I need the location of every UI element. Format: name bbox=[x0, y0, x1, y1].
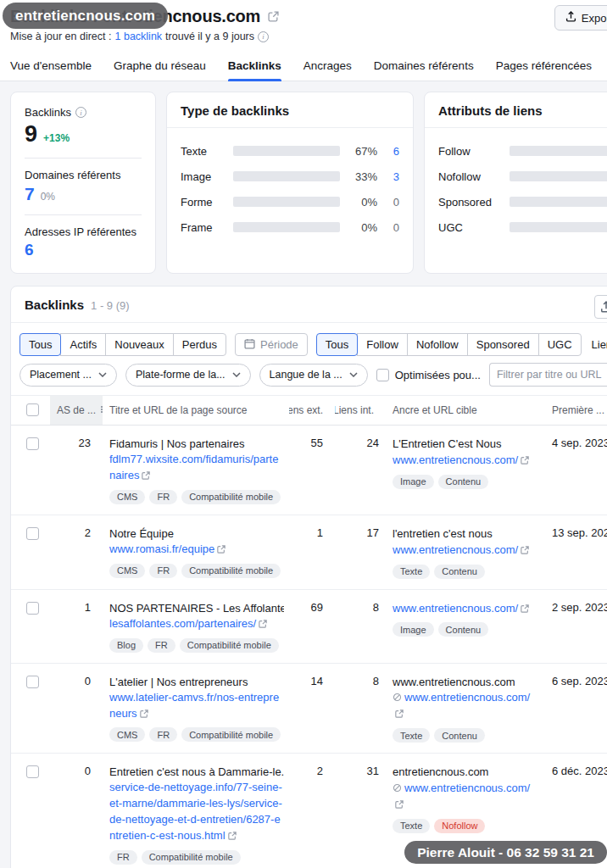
type-bar-count[interactable]: 0 bbox=[386, 196, 399, 209]
cell-ext-links: 2 bbox=[289, 754, 335, 787]
external-link-icon bbox=[217, 545, 226, 554]
checkbox-icon[interactable] bbox=[26, 403, 39, 416]
source-title: Entretien c'est nous à Dammarie-le... bbox=[109, 765, 284, 780]
tab-vue-d-ensemble[interactable]: Vue d'ensemble bbox=[10, 59, 92, 81]
row-checkbox[interactable] bbox=[21, 426, 50, 453]
export-button[interactable]: Exporter bbox=[554, 5, 607, 31]
tab-backlinks[interactable]: Backlinks bbox=[228, 59, 281, 81]
type-bar-label: Image bbox=[181, 170, 225, 183]
search-input[interactable] bbox=[489, 363, 607, 387]
checkbox-icon[interactable] bbox=[26, 602, 39, 615]
tag-compatibilit-mobile: Compatibilité mobile bbox=[181, 490, 281, 504]
checkbox-icon[interactable] bbox=[26, 765, 39, 778]
tag-image: Image bbox=[393, 622, 434, 637]
dropdown-placement-[interactable]: Placement ... bbox=[19, 364, 117, 387]
attr-option-follow[interactable]: Follow bbox=[357, 333, 408, 356]
status-option-nouveaux[interactable]: Nouveaux bbox=[105, 333, 174, 356]
tab-domaines-r-f-rents[interactable]: Domaines référents bbox=[374, 59, 474, 81]
checkbox-icon[interactable] bbox=[26, 527, 39, 540]
ips-stat-value[interactable]: 6 bbox=[25, 241, 142, 259]
cell-source: Fidamuris | Nos partenairesfdlm77.wixsit… bbox=[103, 426, 289, 515]
tab-bar: Vue d'ensembleGraphe du réseauBacklinksA… bbox=[0, 47, 607, 81]
backlinks-table-card: Backlinks 1 - 9 (9) TousActifsNouveauxPe… bbox=[10, 286, 607, 868]
tag-texte: Texte bbox=[393, 728, 430, 743]
row-checkbox[interactable] bbox=[21, 515, 50, 542]
backlink-count-link[interactable]: 1 backlink bbox=[115, 31, 163, 42]
source-url-link[interactable]: fdlm77.wixsite.com/fidamuris/partenaires bbox=[109, 453, 278, 481]
tag-compatibilit-mobile: Compatibilité mobile bbox=[180, 638, 279, 653]
anchor-text: www.entretiencnous.com bbox=[393, 675, 540, 691]
col-header-first-seen[interactable]: Première ... bbox=[545, 396, 607, 425]
cell-source: L'atelier | Nos entrepreneurswww.latelie… bbox=[103, 664, 289, 753]
row-checkbox[interactable] bbox=[21, 664, 50, 691]
status-option-perdus[interactable]: Perdus bbox=[173, 333, 226, 356]
target-tags: TexteContenu bbox=[393, 565, 540, 579]
cell-ext-links: 69 bbox=[289, 590, 335, 624]
col-header-source[interactable]: Titre et URL de la page source bbox=[103, 396, 289, 425]
tag-texte: Texte bbox=[393, 819, 430, 833]
source-url-link[interactable]: service-de-nettoyage.info/77-seine-et-ma… bbox=[109, 781, 282, 842]
col-header-as[interactable]: AS de ... bbox=[50, 396, 103, 425]
cell-anchor: entretiencnous.comwww.entretiencnous.com… bbox=[386, 754, 545, 843]
type-bar-count[interactable]: 3 bbox=[386, 170, 399, 183]
target-url-link[interactable]: www.entretiencnous.com/ bbox=[404, 691, 530, 704]
row-checkbox[interactable] bbox=[21, 754, 50, 781]
search-box bbox=[489, 363, 607, 387]
tag-image: Image bbox=[393, 475, 434, 489]
tab-pages-r-f-renc-es[interactable]: Pages référencées bbox=[496, 59, 592, 81]
checkbox-icon[interactable] bbox=[26, 437, 39, 450]
tag-contenu: Contenu bbox=[434, 565, 485, 579]
source-url-link[interactable]: lesaffolantes.com/partenaires/ bbox=[109, 617, 256, 630]
source-title: Fidamuris | Nos partenaires bbox=[109, 437, 284, 452]
target-url-link[interactable]: www.entretiencnous.com/ bbox=[393, 543, 518, 556]
attr-bar-label: Follow bbox=[438, 145, 501, 158]
dropdown-label: Langue de la ... bbox=[270, 369, 342, 381]
checkbox-icon[interactable] bbox=[376, 369, 389, 381]
col-header-int-links-label: Liens int. bbox=[335, 404, 374, 416]
status-option-tous[interactable]: Tous bbox=[19, 333, 61, 356]
source-url-link[interactable]: www.romasi.fr/equipe bbox=[109, 542, 214, 555]
cell-int-links: 8 bbox=[335, 590, 386, 624]
type-bar-count[interactable]: 6 bbox=[386, 145, 399, 158]
anchor-text: l'entretien c'est nous bbox=[393, 526, 540, 542]
attr-option-sponsored[interactable]: Sponsored bbox=[467, 333, 539, 356]
dropdown-langue-de-la-[interactable]: Langue de la ... bbox=[259, 364, 368, 387]
col-header-int-links[interactable]: Liens int. bbox=[335, 396, 386, 425]
target-url-link[interactable]: www.entretiencnous.com/ bbox=[393, 602, 518, 615]
checkbox-icon[interactable] bbox=[26, 676, 39, 688]
dropdown-plate-forme-de-la-[interactable]: Plate-forme de la... bbox=[125, 364, 251, 387]
summary-card: Backlinks i 9 +13% Domaines référents 7 … bbox=[10, 92, 156, 274]
info-icon[interactable]: i bbox=[258, 31, 269, 42]
external-link-icon bbox=[395, 709, 404, 718]
col-header-ext-links[interactable]: Liens ext. bbox=[289, 396, 335, 425]
live-update-line: Mise à jour en direct : 1 backlink trouv… bbox=[10, 31, 597, 42]
attr-bar-row: Sponsored bbox=[438, 189, 607, 214]
select-all-checkbox[interactable] bbox=[21, 396, 50, 419]
attr-bar-row: Follow bbox=[438, 138, 607, 164]
tab-ancrages[interactable]: Ancrages bbox=[304, 59, 352, 81]
table-export-button[interactable] bbox=[594, 295, 607, 319]
domains-stat-value[interactable]: 7 bbox=[25, 184, 35, 204]
col-header-anchor[interactable]: Ancre et URL cible bbox=[386, 396, 545, 425]
attr-option-tous[interactable]: Tous bbox=[316, 333, 358, 356]
type-bar-count[interactable]: 0 bbox=[386, 221, 399, 234]
external-link-icon bbox=[395, 800, 404, 809]
cell-anchor: L'Entretien C'est Nouswww.entretiencnous… bbox=[386, 426, 545, 499]
external-link-icon[interactable] bbox=[268, 11, 279, 22]
info-icon[interactable]: i bbox=[75, 107, 86, 118]
row-checkbox[interactable] bbox=[21, 590, 50, 617]
source-url-link[interactable]: www.latelier-camvs.fr/nos-entrepreneurs bbox=[109, 691, 279, 720]
cell-as: 0 bbox=[50, 664, 103, 698]
target-url-line: www.entretiencnous.com/ bbox=[393, 542, 540, 559]
filters-panel: TousActifsNouveauxPerdus Période TousFol… bbox=[11, 323, 607, 395]
target-url-link[interactable]: www.entretiencnous.com/ bbox=[393, 453, 518, 466]
attr-option-ugc[interactable]: UGC bbox=[538, 333, 582, 356]
status-option-actifs[interactable]: Actifs bbox=[60, 333, 106, 356]
optimized-checkbox-wrap[interactable]: Optimisées pou... bbox=[376, 369, 481, 381]
status-filter-group: TousActifsNouveauxPerdus bbox=[19, 333, 226, 356]
tab-graphe-du-r-seau[interactable]: Graphe du réseau bbox=[114, 59, 206, 81]
target-url-link[interactable]: www.entretiencnous.com/ bbox=[404, 782, 530, 794]
attr-option-nofollow[interactable]: Nofollow bbox=[407, 333, 468, 356]
source-title: L'atelier | Nos entrepreneurs bbox=[109, 675, 284, 690]
period-button[interactable]: Période bbox=[235, 333, 308, 356]
